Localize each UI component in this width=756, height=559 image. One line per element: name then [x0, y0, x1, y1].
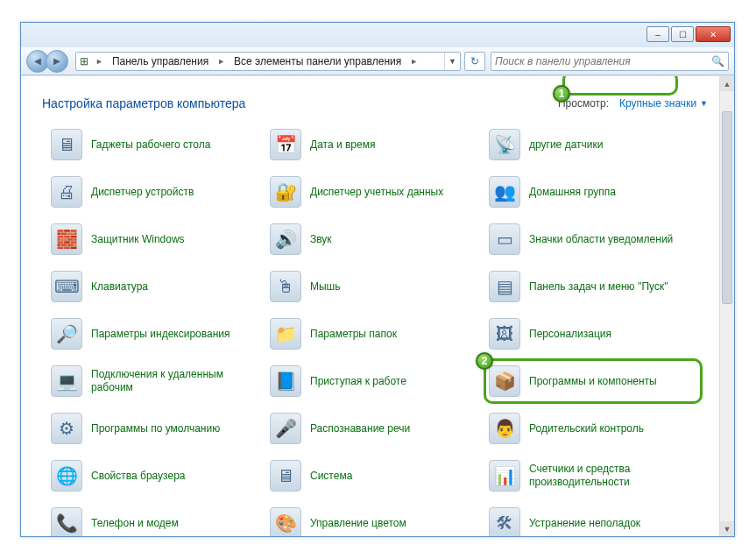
cp-item-icon: ▭ — [489, 223, 520, 255]
nav-buttons: ◄ ► — [26, 50, 68, 73]
cp-item-label: Подключения к удаленным рабочим — [91, 368, 259, 394]
search-box[interactable]: 🔍 — [491, 52, 729, 71]
scroll-up-button[interactable]: ▲ — [720, 76, 734, 91]
cp-item-icon: 🛠 — [489, 507, 520, 536]
cp-item[interactable]: 👥Домашняя группа — [484, 169, 703, 215]
content-header: Настройка параметров компьютера Просмотр… — [21, 76, 734, 118]
cp-item[interactable]: 🔎Параметры индексирования — [46, 311, 265, 357]
cp-item[interactable]: 🖥Система — [265, 453, 484, 499]
controlpanel-icon: ⊞ — [76, 55, 92, 67]
cp-item[interactable]: 📁Параметры папок — [265, 311, 484, 357]
cp-item-label: Звук — [310, 233, 332, 246]
cp-item-label: Родительский контроль — [529, 422, 644, 435]
cp-item-label: Мышь — [310, 280, 341, 294]
breadcrumb-seg-2[interactable]: Все элементы панели управления — [229, 55, 406, 67]
cp-item[interactable]: 🧱Защитник Windows — [46, 216, 265, 262]
cp-item[interactable]: 🎨Управление цветом — [265, 500, 484, 536]
cp-item[interactable]: ▤Панель задач и меню ''Пуск'' — [484, 264, 703, 309]
scrollbar[interactable]: ▲ ▼ — [719, 76, 734, 536]
address-bar[interactable]: ⊞ ► Панель управления ► Все элементы пан… — [75, 52, 461, 71]
cp-item-icon: 🖥 — [51, 129, 82, 160]
cp-item-icon: 🎨 — [270, 507, 301, 536]
view-by-value: Крупные значки — [619, 97, 696, 110]
cp-item-icon: 🖥 — [270, 460, 301, 492]
window-frame: – ☐ ✕ ◄ ► ⊞ ► Панель управления ► Все эл… — [20, 22, 735, 537]
maximize-button[interactable]: ☐ — [671, 26, 694, 42]
search-input[interactable] — [495, 55, 711, 67]
cp-item-icon: 🧱 — [51, 223, 82, 255]
cp-item-label: Телефон и модем — [91, 517, 179, 530]
chevron-icon: ► — [214, 57, 229, 66]
cp-item[interactable]: 📡другие датчики — [484, 122, 703, 167]
cp-item[interactable]: 🔐Диспетчер учетных данных — [265, 169, 484, 215]
cp-item-icon: 💻 — [51, 365, 82, 397]
cp-item-label: Система — [310, 470, 352, 483]
navbar: ◄ ► ⊞ ► Панель управления ► Все элементы… — [21, 47, 734, 75]
cp-item[interactable]: 🖨Диспетчер устройств — [46, 169, 265, 215]
close-button[interactable]: ✕ — [696, 26, 731, 42]
cp-item[interactable]: 💻Подключения к удаленным рабочим — [46, 358, 265, 404]
minimize-button[interactable]: – — [646, 26, 669, 42]
cp-item-icon: 🖱 — [270, 271, 301, 302]
cp-item[interactable]: ▭Значки области уведомлений — [484, 216, 703, 262]
cp-item[interactable]: 📅Дата и время — [265, 122, 484, 167]
forward-button[interactable]: ► — [46, 50, 68, 73]
cp-item-label: Значки области уведомлений — [529, 233, 673, 246]
cp-item-label: Клавиатура — [91, 280, 148, 294]
cp-item-icon: ⌨ — [51, 271, 82, 302]
cp-item[interactable]: 🖱Мышь — [265, 264, 484, 309]
cp-item-label: Панель задач и меню ''Пуск'' — [529, 280, 668, 294]
cp-item-icon: 🖨 — [51, 176, 82, 208]
chevron-icon: ► — [92, 57, 107, 66]
cp-item-label: Управление цветом — [310, 517, 406, 530]
view-by: Просмотр: Крупные значки ▼ — [558, 96, 713, 111]
cp-item-label: Диспетчер устройств — [91, 186, 194, 199]
cp-item-icon: 🖼 — [489, 318, 520, 350]
cp-item-icon: 🌐 — [51, 460, 82, 492]
refresh-icon: ↻ — [470, 55, 479, 67]
view-by-selector[interactable]: Крупные значки ▼ — [614, 96, 713, 111]
scroll-down-button[interactable]: ▼ — [720, 521, 734, 536]
cp-item[interactable]: 📊Счетчики и средства производительности — [484, 453, 703, 499]
cp-item-icon: ⚙ — [51, 413, 82, 444]
annotation-badge-2: 2 — [476, 352, 493, 370]
cp-item-icon: 📁 — [270, 318, 301, 350]
cp-item-label: Устранение неполадок — [529, 517, 640, 530]
search-icon: 🔍 — [711, 55, 724, 67]
annotation-badge-1: 1 — [553, 85, 570, 103]
cp-item[interactable]: 👨Родительский контроль — [484, 406, 703, 451]
cp-item[interactable]: 🛠Устранение неполадок — [484, 500, 703, 536]
cp-item[interactable]: ⚙Программы по умолчанию — [46, 406, 265, 451]
titlebar: – ☐ ✕ — [21, 23, 734, 47]
cp-item[interactable]: 📞Телефон и модем — [46, 500, 265, 536]
annotation-callout-1 — [562, 75, 678, 96]
cp-item[interactable]: 🌐Свойства браузера — [46, 453, 265, 499]
cp-item-icon: 🔐 — [270, 176, 301, 208]
cp-item-label: Параметры индексирования — [91, 328, 230, 341]
maximize-icon: ☐ — [679, 30, 687, 39]
cp-item[interactable]: 🔊Звук — [265, 216, 484, 262]
cp-item[interactable]: 🖼Персонализация — [484, 311, 703, 357]
cp-item[interactable]: 🎤Распознавание речи — [265, 406, 484, 451]
cp-item-icon: 📡 — [489, 129, 520, 160]
scroll-thumb[interactable] — [722, 111, 732, 304]
cp-item-label: Персонализация — [529, 328, 611, 341]
cp-item-icon: 🎤 — [270, 413, 301, 444]
cp-item[interactable]: 📦Программы и компоненты2 — [484, 358, 703, 404]
breadcrumb-seg-1[interactable]: Панель управления — [107, 55, 214, 67]
address-dropdown[interactable]: ▼ — [444, 53, 460, 70]
cp-item-label: Счетчики и средства производительности — [529, 463, 697, 489]
cp-item-icon: 📊 — [489, 460, 520, 492]
cp-item[interactable]: 📘Приступая к работе — [265, 358, 484, 404]
refresh-button[interactable]: ↻ — [464, 52, 485, 71]
cp-item-icon: ▤ — [489, 271, 520, 302]
cp-item-label: Защитник Windows — [91, 233, 185, 246]
cp-item-label: Диспетчер учетных данных — [310, 186, 443, 199]
cp-item-icon: 📅 — [270, 129, 301, 160]
page-title: Настройка параметров компьютера — [42, 96, 245, 110]
cp-item-label: Приступая к работе — [310, 375, 406, 388]
cp-item[interactable]: 🖥Гаджеты рабочего стола — [46, 122, 265, 167]
cp-item[interactable]: ⌨Клавиатура — [46, 264, 265, 309]
cp-item-label: Распознавание речи — [310, 422, 410, 435]
back-icon: ◄ — [32, 54, 44, 67]
